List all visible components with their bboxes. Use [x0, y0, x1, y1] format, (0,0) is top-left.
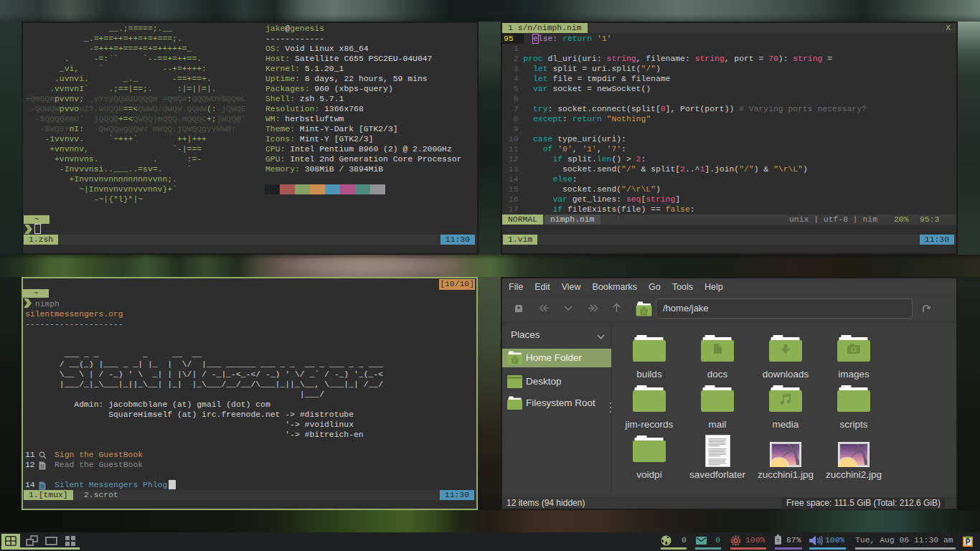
svg-text:P: P — [966, 538, 971, 546]
